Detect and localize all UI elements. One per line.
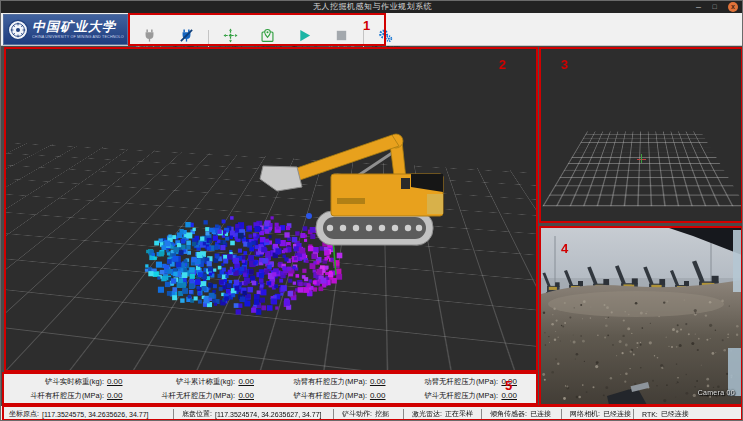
telemetry-cell: 铲斗实时称重(kg):0.00 <box>5 376 137 387</box>
telemetry-value: 0.00 <box>238 377 254 386</box>
telemetry-value: 0.00 <box>501 377 517 386</box>
excavator-scene <box>5 48 537 371</box>
title-bar: 无人挖掘机感知与作业规划系统 – □ x <box>1 1 743 13</box>
dig-area-pin-icon <box>260 28 275 43</box>
telemetry-cell: 铲斗累计称重(kg):0.00 <box>137 376 269 387</box>
power-on-plug-icon <box>142 28 157 43</box>
telemetry-cell: 铲斗有杆腔压力(MPa):0.00 <box>268 390 400 401</box>
telemetry-value: 0.00 <box>370 391 386 400</box>
axis-y-marker <box>641 154 642 163</box>
telemetry-cell: 斗杆无杆腔压力(MPa):0.00 <box>137 390 269 401</box>
telemetry-value: 0.00 <box>107 377 123 386</box>
terrain-pointcloud <box>145 216 342 315</box>
main-3d-viewport[interactable] <box>5 48 537 371</box>
university-name-en: CHINA UNIVERSITY OF MINING AND TECHNOLOG… <box>32 34 117 39</box>
telemetry-cell: 动臂有杆腔压力(MPa):0.00 <box>268 376 400 387</box>
planning-3d-viewport[interactable] <box>541 49 742 222</box>
minimize-button[interactable]: – <box>693 2 704 12</box>
status-chassis-position: 底盘位置:[117.3524574, 34.2635627, 34.77] <box>173 409 333 420</box>
telemetry-cell: 动臂无杆腔压力(MPa):0.00 <box>400 376 532 387</box>
app-window: 无人挖掘机感知与作业规划系统 – □ x 中国矿业大学 CHINA UNIVER… <box>0 0 743 421</box>
toolbar: 中国矿业大学 CHINA UNIVERSITY OF MINING AND TE… <box>1 13 743 46</box>
status-bucket-action: 铲斗动作:挖掘 <box>333 409 403 420</box>
status-network-camera: 网络相机:已经连接 <box>561 409 633 420</box>
telemetry-value: 0.00 <box>370 377 386 386</box>
telemetry-panel: 铲斗实时称重(kg):0.00 铲斗累计称重(kg):0.00 动臂有杆腔压力(… <box>3 373 537 404</box>
status-tilt-sensor: 倾角传感器:已连接 <box>481 409 561 420</box>
university-logo: 中国矿业大学 CHINA UNIVERSITY OF MINING AND TE… <box>3 14 128 45</box>
telemetry-value: 0.00 <box>107 391 123 400</box>
status-lidar: 激光雷达:正在采样 <box>403 409 481 420</box>
planning-grid <box>542 132 742 207</box>
camera-feed: Camera 00 <box>541 228 742 405</box>
telemetry-cell: 铲斗无杆腔压力(MPa):0.00 <box>400 390 532 401</box>
axis-marker-blue <box>306 213 312 219</box>
telemetry-cell: 斗杆有杆腔压力(MPa):0.00 <box>5 390 137 401</box>
device-config-gears-icon <box>378 28 393 43</box>
telemetry-value: 0.00 <box>238 391 254 400</box>
stop-square-icon <box>334 28 349 43</box>
start-play-icon <box>297 28 312 43</box>
camera-id-label: Camera 00 <box>698 389 735 396</box>
close-button[interactable]: x <box>728 2 738 12</box>
telemetry-value: 0.00 <box>501 391 517 400</box>
power-off-plug-icon <box>179 28 194 43</box>
status-origin: 坐标原点:[117.3524575, 34.2635626, 34.77] <box>1 409 173 419</box>
status-bar: 坐标原点:[117.3524575, 34.2635626, 34.77] 底盘… <box>1 406 743 421</box>
coordinate-origin-icon <box>223 28 238 43</box>
camera-image <box>541 228 742 405</box>
status-rtk: RTK:已经连接 <box>633 409 743 420</box>
university-name-cn: 中国矿业大学 <box>32 20 124 34</box>
university-emblem-icon <box>7 19 29 41</box>
maximize-button[interactable]: □ <box>709 2 720 12</box>
window-title: 无人挖掘机感知与作业规划系统 <box>1 1 743 13</box>
